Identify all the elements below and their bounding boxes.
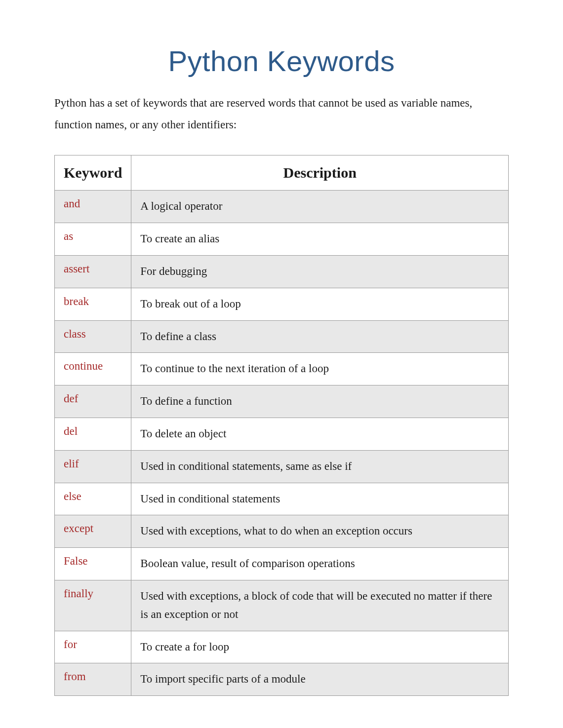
table-row: else Used in conditional statements: [55, 483, 509, 515]
keyword-cell: False: [55, 548, 131, 580]
description-cell: To define a class: [131, 320, 509, 353]
description-cell: To continue to the next iteration of a l…: [131, 353, 509, 385]
description-cell: To create a for loop: [131, 631, 509, 663]
description-cell: A logical operator: [131, 191, 509, 223]
keyword-cell: elif: [55, 450, 131, 483]
description-cell: To define a function: [131, 385, 509, 418]
description-cell: Used in conditional statements: [131, 483, 509, 515]
keyword-cell: assert: [55, 255, 131, 288]
table-row: assert For debugging: [55, 255, 509, 288]
page-title: Python Keywords: [54, 44, 509, 77]
table-body: and A logical operator as To create an a…: [55, 191, 509, 696]
table-row: break To break out of a loop: [55, 288, 509, 320]
keyword-cell: for: [55, 631, 131, 663]
column-header-description: Description: [131, 155, 509, 191]
keyword-cell: else: [55, 483, 131, 515]
keyword-cell: class: [55, 320, 131, 353]
intro-paragraph: Python has a set of keywords that are re…: [54, 92, 509, 135]
keyword-cell: continue: [55, 353, 131, 385]
table-row: def To define a function: [55, 385, 509, 418]
table-row: and A logical operator: [55, 191, 509, 223]
description-cell: Used in conditional statements, same as …: [131, 450, 509, 483]
keyword-cell: del: [55, 418, 131, 450]
table-row: from To import specific parts of a modul…: [55, 663, 509, 696]
keyword-cell: from: [55, 663, 131, 696]
description-cell: For debugging: [131, 255, 509, 288]
keyword-cell: as: [55, 223, 131, 256]
description-cell: Used with exceptions, a block of code th…: [131, 580, 509, 631]
keyword-cell: break: [55, 288, 131, 320]
description-cell: To create an alias: [131, 223, 509, 256]
keyword-cell: def: [55, 385, 131, 418]
keyword-cell: and: [55, 191, 131, 223]
column-header-keyword: Keyword: [55, 155, 131, 191]
table-row: continue To continue to the next iterati…: [55, 353, 509, 385]
keyword-cell: except: [55, 515, 131, 548]
description-cell: To delete an object: [131, 418, 509, 450]
table-row: as To create an alias: [55, 223, 509, 256]
table-row: False Boolean value, result of compariso…: [55, 548, 509, 580]
table-row: finally Used with exceptions, a block of…: [55, 580, 509, 631]
table-row: except Used with exceptions, what to do …: [55, 515, 509, 548]
keywords-table: Keyword Description and A logical operat…: [54, 155, 509, 696]
description-cell: To import specific parts of a module: [131, 663, 509, 696]
table-row: class To define a class: [55, 320, 509, 353]
table-header-row: Keyword Description: [55, 155, 509, 191]
description-cell: Used with exceptions, what to do when an…: [131, 515, 509, 548]
table-row: elif Used in conditional statements, sam…: [55, 450, 509, 483]
table-row: for To create a for loop: [55, 631, 509, 663]
description-cell: Boolean value, result of comparison oper…: [131, 548, 509, 580]
table-row: del To delete an object: [55, 418, 509, 450]
keyword-cell: finally: [55, 580, 131, 631]
description-cell: To break out of a loop: [131, 288, 509, 320]
